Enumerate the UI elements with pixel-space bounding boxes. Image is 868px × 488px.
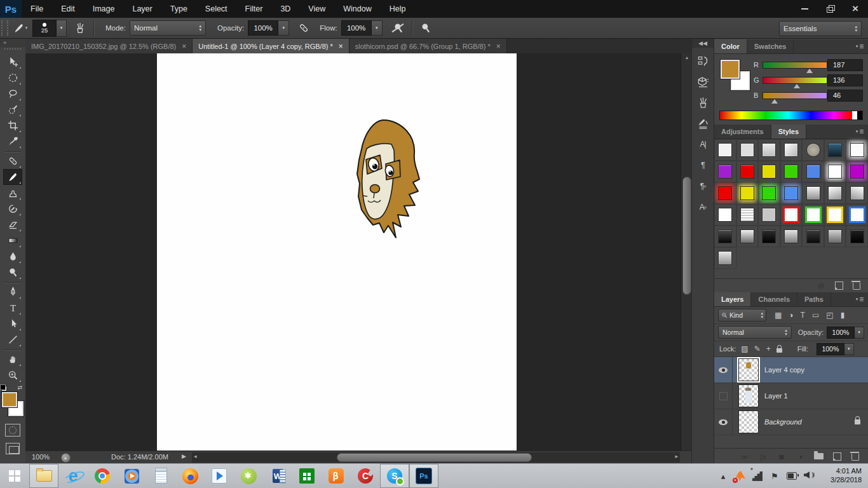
style-swatch[interactable] [846,161,868,182]
link-layers-icon[interactable]: ∞ [740,451,750,461]
channel-value-field[interactable]: 187 [827,59,863,71]
menu-item[interactable]: 3D [271,0,299,18]
options-bar-grip[interactable] [1,20,8,36]
style-swatch[interactable] [758,204,780,226]
style-swatch[interactable] [802,139,824,161]
clone-stamp-tool[interactable] [3,185,22,201]
menu-item[interactable]: Image [84,0,124,18]
channel-value-field[interactable]: 46 [827,90,863,102]
style-swatch[interactable] [714,161,736,182]
flow-dropdown-button[interactable] [372,20,383,36]
style-swatch[interactable] [846,182,868,204]
menu-item[interactable]: Help [381,0,415,18]
minimize-button[interactable] [792,0,817,18]
layer-blend-mode-dropdown[interactable]: Normal [718,326,792,339]
close-tab-icon[interactable]: × [339,42,343,51]
clear-style-icon[interactable]: ⊘ [816,280,826,290]
style-swatch[interactable] [736,226,759,247]
blur-tool[interactable] [3,248,22,264]
toggle-brush-panel-icon[interactable] [71,20,90,36]
menu-item[interactable]: View [299,0,334,18]
filter-smart-objects-icon[interactable]: ◰ [826,311,833,319]
style-swatch[interactable] [780,204,803,226]
style-swatch[interactable] [802,204,824,226]
add-layer-mask-icon[interactable]: ◙ [776,451,787,461]
menu-item[interactable]: Window [334,0,380,18]
layer-opacity-dropdown[interactable] [855,327,864,339]
workspace-switcher[interactable]: Essentials [779,21,862,36]
channel-slider-track[interactable] [763,92,827,99]
action-center-flag-icon[interactable]: ⚑ [770,471,780,481]
tab-paths[interactable]: Paths [797,292,831,306]
close-button[interactable] [843,0,868,18]
scroll-left-icon[interactable]: ◂ [194,453,197,459]
tab-untitled-1[interactable]: Untitled-1 @ 100% (Layer 4 copy, RGB/8) … [193,39,349,53]
ccleaner[interactable] [351,464,380,488]
layer-opacity-value[interactable]: 100% [827,327,855,339]
tablet-pressure-opacity-icon[interactable] [294,20,313,36]
close-tab-icon[interactable]: × [182,42,186,51]
style-swatch[interactable] [824,204,846,226]
quick-selection-tool[interactable] [3,102,22,118]
foreground-color-swatch[interactable] [2,392,17,407]
xampp[interactable] [322,464,351,488]
paragraph-styles-panel-icon[interactable]: ¶▫ [695,178,711,194]
layer-thumbnail[interactable] [738,358,759,381]
lock-transparency-icon[interactable]: ▨ [741,345,748,353]
marquee-tool[interactable] [3,70,22,86]
panel-menu-icon[interactable] [851,39,868,53]
channel-slider-track[interactable] [763,77,827,84]
history-brush-tool[interactable] [3,201,22,217]
pen-tool[interactable] [3,284,22,300]
panel-menu-icon[interactable] [851,292,868,306]
quick-mask-mode-icon[interactable] [5,424,20,437]
internet-explorer[interactable] [58,464,88,488]
filter-pixel-layers-icon[interactable]: ▦ [775,311,782,319]
layer-visibility-toggle[interactable] [714,383,733,409]
new-group-icon[interactable] [813,451,824,461]
style-swatch[interactable] [758,139,780,161]
firefox[interactable] [175,464,205,488]
character-panel-icon[interactable]: A| [695,136,711,152]
canvas[interactable] [157,53,517,451]
brush-size-dropdown-button[interactable]: ▾ [57,20,67,37]
menu-item[interactable]: Type [161,0,196,18]
scroll-right-icon[interactable]: ▸ [675,453,678,459]
style-swatch[interactable] [824,226,846,247]
style-swatch[interactable] [758,161,780,182]
brush-size-preview[interactable]: 25 [32,20,57,37]
opacity-dropdown-button[interactable] [278,20,289,36]
android-studio[interactable] [234,464,263,488]
filter-toggle-icon[interactable]: ▮ [841,311,845,319]
lock-pixels-icon[interactable]: ✎ [754,345,761,353]
media-player-classic[interactable] [205,464,234,488]
style-swatch[interactable] [802,182,824,204]
style-swatch[interactable] [758,182,780,204]
blend-mode-dropdown[interactable]: Normal [130,20,206,36]
new-layer-icon[interactable] [832,451,842,461]
airbrush-disabled-icon[interactable] [389,20,408,36]
close-tab-icon[interactable]: × [496,42,501,51]
channel-slider-thumb[interactable] [771,99,778,104]
zoom-tool[interactable] [3,367,22,383]
style-swatch[interactable] [736,182,759,204]
windows-media-player[interactable] [117,464,146,488]
gradient-tool[interactable] [3,233,22,248]
layer-fill-value[interactable]: 100% [817,343,844,355]
notepad[interactable] [146,464,175,488]
tab-img-20170210[interactable]: IMG_20170210_150352.jpg @ 12.5% (RGB/8) … [25,39,193,53]
style-swatch[interactable] [714,139,736,161]
swap-colors-icon[interactable]: ⇄ [17,384,22,391]
style-swatch[interactable] [780,226,803,247]
expand-panels-icon[interactable]: ◀◀ [692,39,714,48]
style-swatch[interactable] [736,161,759,182]
layer-thumbnail[interactable] [738,410,759,433]
brush-tool[interactable] [3,169,22,185]
style-swatch[interactable] [846,226,868,247]
style-swatch[interactable] [736,139,759,161]
new-adjustment-layer-icon[interactable]: ◑ [795,451,805,461]
flow-value[interactable]: 100% [341,20,372,36]
delete-layer-icon[interactable] [850,451,860,461]
tab-slothicorn[interactable]: slothicorn.psd @ 66.7% (Group 1, RGB/8) … [349,39,507,53]
menu-item[interactable]: Layer [123,0,161,18]
